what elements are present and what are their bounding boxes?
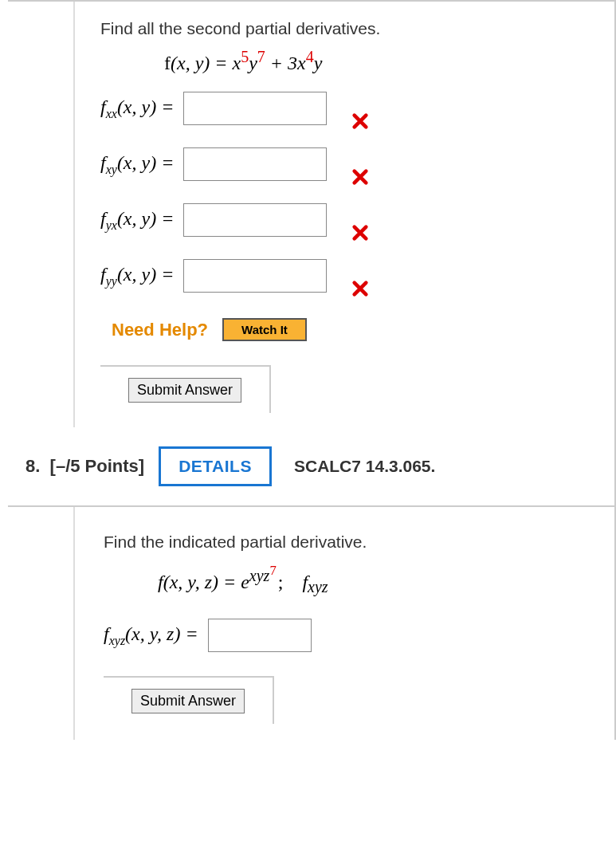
q2-num-text: 8. [26, 456, 40, 476]
q2-points: [–/5 Points] [50, 456, 145, 476]
q2-formula: f(x, y, z) = exyz7; fxyz [158, 563, 600, 596]
details-button[interactable]: DETAILS [159, 446, 272, 486]
q1-input-fxx[interactable] [183, 92, 327, 125]
q2-source: SCALC7 14.3.065. [294, 457, 435, 476]
question-1-body: Find all the second partial derivatives.… [73, 2, 614, 427]
submit-container: Submit Answer [104, 676, 274, 724]
submit-container: Submit Answer [100, 365, 271, 413]
q1-label-fxy: fxy(x, y) = [100, 152, 174, 177]
need-help-label: Need Help? [112, 320, 208, 340]
q1-input-fyx[interactable] [183, 203, 327, 237]
q1-input-fyy[interactable] [183, 259, 327, 293]
question-2-header: 8. [–/5 Points] DETAILS SCALC7 14.3.065. [8, 427, 614, 507]
q1-formula: f(x, y) = x5y7 + 3x4y [164, 48, 600, 74]
q1-input-fxy[interactable] [183, 147, 327, 181]
q2-number: 8. [–/5 Points] [26, 456, 144, 477]
q1-row-fyx: fyx(x, y) = [100, 203, 600, 237]
q1-label-fxx: fxx(x, y) = [100, 96, 174, 121]
wrong-icon [351, 112, 369, 133]
q1-footer: Submit Answer [100, 365, 600, 427]
q1-label-fyx: fyx(x, y) = [100, 208, 174, 233]
wrong-icon [351, 168, 369, 189]
q1-row-fxy: fxy(x, y) = [100, 147, 600, 181]
need-help-row: Need Help? Watch It [112, 318, 600, 341]
watch-it-button[interactable]: Watch It [222, 318, 307, 341]
q1-row-fxx: fxx(x, y) = [100, 92, 600, 125]
q1-row-fyy: fyy(x, y) = [100, 259, 600, 293]
wrong-icon [351, 280, 369, 301]
q2-label-fxyz: fxyz(x, y, z) = [104, 623, 198, 648]
q2-prompt: Find the indicated partial derivative. [104, 533, 600, 552]
submit-answer-button[interactable]: Submit Answer [128, 378, 241, 403]
q1-prompt: Find all the second partial derivatives. [100, 19, 600, 38]
page-container: Find all the second partial derivatives.… [8, 0, 616, 740]
wrong-icon [351, 224, 369, 245]
q2-input-fxyz[interactable] [208, 619, 312, 652]
submit-answer-button[interactable]: Submit Answer [131, 689, 245, 713]
question-2-body: Find the indicated partial derivative. f… [73, 507, 614, 740]
q2-row-fxyz: fxyz(x, y, z) = [104, 619, 600, 652]
q1-label-fyy: fyy(x, y) = [100, 264, 174, 289]
